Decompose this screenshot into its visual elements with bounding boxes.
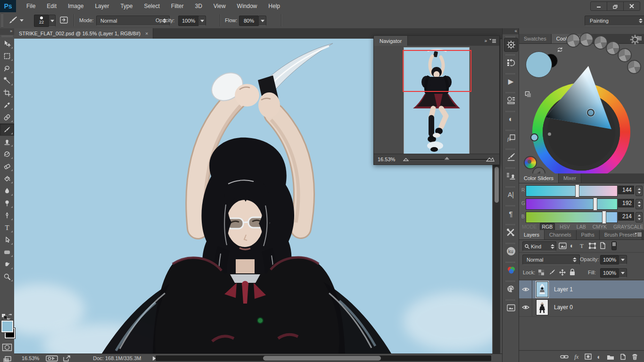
menu-image[interactable]: Image [62, 3, 89, 9]
layer0-visibility-toggle[interactable] [519, 298, 532, 316]
navigator-proxy-view-box[interactable] [403, 50, 471, 92]
color-wheel-triangle[interactable] [532, 55, 630, 153]
color-panel-button[interactable] [503, 261, 519, 280]
navigator-titlebar[interactable]: Navigator » [374, 36, 499, 46]
filter-smart-objects-icon[interactable] [599, 242, 606, 249]
default-colors-icon[interactable] [1, 313, 13, 321]
menu-window[interactable]: Window [231, 3, 263, 9]
menu-help[interactable]: Help [263, 3, 286, 9]
red-slider-track[interactable] [526, 185, 618, 197]
measurement-tools-panel-button[interactable] [503, 223, 519, 242]
export-icon[interactable] [63, 355, 71, 362]
generator-icon[interactable] [46, 355, 58, 362]
tool-eraser[interactable] [0, 160, 14, 173]
tool-zoom[interactable] [0, 271, 14, 283]
green-slider-track[interactable] [526, 198, 618, 210]
restore-button[interactable] [607, 2, 624, 10]
tool-magic-wand[interactable] [0, 74, 14, 87]
options-grip[interactable] [1, 14, 3, 26]
coolorus-swap-colors-icon[interactable] [557, 47, 565, 53]
tab-paths[interactable]: Paths [577, 230, 600, 239]
layers-menu-icon[interactable] [634, 232, 643, 238]
layer-styles-icon[interactable]: fx [574, 353, 578, 361]
layer1-visibility-toggle[interactable] [519, 280, 532, 298]
menu-filter[interactable]: Filter [165, 3, 190, 9]
tool-history-brush[interactable] [0, 148, 14, 160]
adjustments-panel-button[interactable]: ◐ [503, 110, 519, 129]
lock-pixels-icon[interactable] [548, 269, 556, 276]
filter-pixel-layers-icon[interactable] [559, 242, 567, 249]
menu-edit[interactable]: Edit [41, 3, 62, 9]
filter-type-layers-icon[interactable]: T [580, 242, 584, 250]
layer0-thumbnail[interactable] [536, 299, 548, 315]
toggle-brush-panel-button[interactable] [59, 16, 69, 25]
navigator-menu-icon[interactable] [489, 38, 497, 44]
green-slider-thumb[interactable] [593, 197, 597, 211]
link-layers-icon[interactable] [560, 354, 569, 360]
tab-swatches[interactable]: Swatches [519, 34, 552, 43]
mode-rgb[interactable]: RGB [540, 223, 555, 230]
tool-path-selection[interactable] [0, 234, 14, 246]
navigator-thumbnail[interactable] [404, 48, 469, 154]
tab-channels[interactable]: Channels [545, 230, 576, 239]
vertical-scrollbar-thumb[interactable] [495, 167, 499, 203]
lock-position-icon[interactable] [559, 269, 566, 276]
new-adjustment-layer-icon[interactable]: ◐ [597, 353, 601, 361]
close-button[interactable] [624, 2, 640, 10]
screen-mode-button[interactable] [2, 355, 12, 362]
tool-eyedropper[interactable] [0, 99, 14, 111]
actions-panel-button[interactable]: ▶ [503, 72, 519, 91]
flow-dropdown[interactable] [258, 16, 266, 26]
tool-crop[interactable] [0, 87, 14, 99]
tool-paint-bucket[interactable] [0, 173, 14, 185]
filter-kind-select[interactable]: Kind [522, 241, 556, 251]
menu-file[interactable]: File [21, 3, 41, 9]
add-layer-mask-icon[interactable] [585, 354, 592, 360]
filter-shape-layers-icon[interactable] [588, 242, 596, 249]
coolorus-wheel-panel-button[interactable] [503, 35, 519, 54]
menu-select[interactable]: Select [138, 3, 165, 9]
document-tab-close[interactable]: × [145, 31, 148, 36]
opacity-value[interactable]: 100% [178, 16, 199, 26]
fill-value[interactable]: 100% [600, 268, 619, 278]
libraries-panel-button[interactable] [503, 298, 519, 317]
layer-row-0[interactable]: Layer 0 [519, 298, 644, 317]
blue-stepper[interactable] [636, 212, 643, 222]
tab-mixer[interactable]: Mixer [559, 173, 581, 183]
blue-value[interactable]: 214 [618, 212, 634, 221]
paragraph-panel-button[interactable]: ¶ [503, 204, 519, 223]
mode-cmyk[interactable]: CMYK [591, 223, 609, 230]
zoom-out-icon[interactable] [403, 157, 409, 161]
layer1-thumbnail[interactable] [536, 281, 548, 297]
menu-view[interactable]: View [208, 3, 231, 9]
document-tab[interactable]: STRIKE_FLAT_002.psd @ 16.5% (Layer 1, RG… [14, 28, 153, 39]
navigator-collapse-icon[interactable]: » [484, 38, 487, 43]
mode-lab[interactable]: LAB [575, 223, 588, 230]
coolorus-settings-gear-icon[interactable] [629, 34, 641, 45]
layer0-name[interactable]: Layer 0 [554, 304, 573, 311]
red-stepper[interactable] [636, 186, 643, 196]
mode-grayscale[interactable]: GRAYSCALE [611, 223, 644, 230]
tool-move[interactable] [0, 38, 14, 50]
status-zoom-field[interactable]: 16.53% [22, 355, 39, 361]
layer1-name[interactable]: Layer 1 [554, 286, 573, 293]
harmony-knob-1[interactable] [566, 33, 580, 48]
new-group-icon[interactable] [607, 354, 614, 360]
green-stepper[interactable] [636, 199, 643, 209]
tool-lasso[interactable] [0, 62, 14, 74]
layer-row-1[interactable]: Layer 1 [519, 280, 644, 298]
menu-3d[interactable]: 3D [189, 3, 207, 9]
red-value[interactable]: 144 [618, 186, 634, 194]
tool-type[interactable]: T [0, 222, 14, 234]
horizontal-scrollbar[interactable] [156, 355, 491, 361]
tool-blur[interactable] [0, 185, 14, 197]
new-layer-icon[interactable] [620, 354, 626, 360]
hue-ring-marker[interactable] [530, 133, 538, 141]
minimize-button[interactable] [591, 2, 607, 10]
mode-hsv[interactable]: HSV [558, 223, 572, 230]
menu-layer[interactable]: Layer [89, 3, 115, 9]
tool-spot-healing-brush[interactable] [0, 111, 14, 123]
mini-color-wheel-icon[interactable] [524, 156, 537, 169]
coolorus-copy-icon[interactable] [525, 91, 532, 98]
quick-mask-button[interactable] [2, 343, 12, 352]
